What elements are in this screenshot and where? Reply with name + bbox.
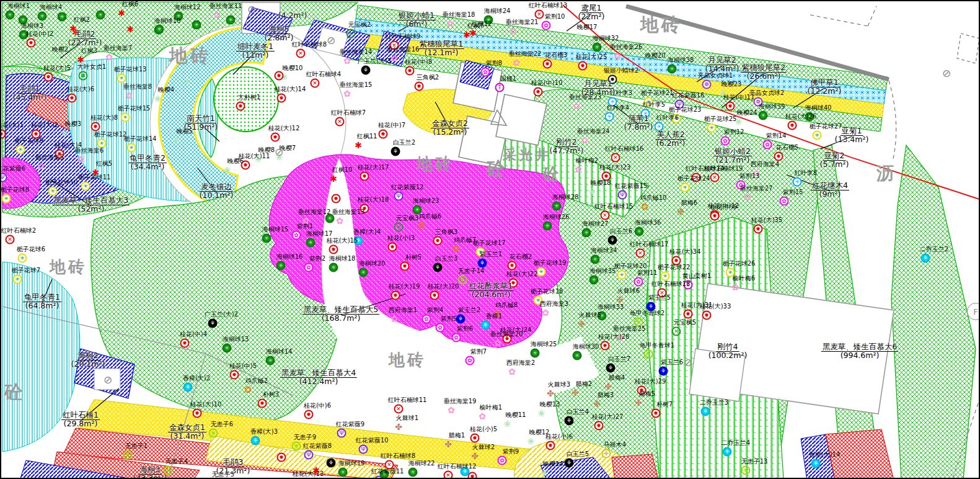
region-lawn-wedge-b (891, 145, 976, 479)
building-annex (689, 349, 745, 401)
blue-u-inner (94, 369, 120, 390)
hatch-red-se1 (612, 454, 658, 479)
hatch-red-se2 (826, 429, 894, 479)
plan-linework (1, 1, 980, 479)
region-tree-island (214, 67, 278, 132)
dashed-rect-ne (957, 34, 979, 63)
region-holly1-turtle (2, 262, 80, 452)
planting-plan-canvas: 地砖地砖地砖地砖地砖砼砼砼采光井沥毛鹃2(22.7m²)细叶麦冬1(11m²)南… (0, 0, 980, 479)
